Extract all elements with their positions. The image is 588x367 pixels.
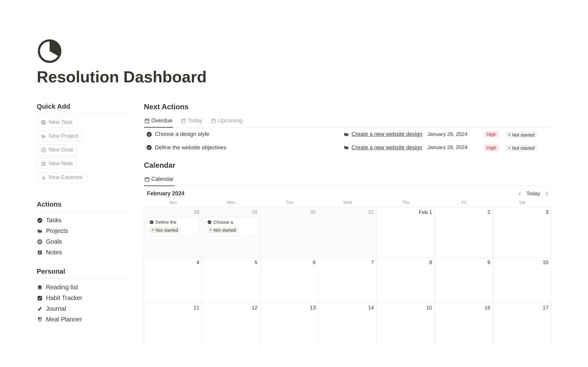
button-label: New Note: [49, 160, 73, 167]
calendar-cell[interactable]: 3: [493, 207, 551, 257]
calendar-event[interactable]: Choose a Not started: [205, 217, 258, 235]
project-name: Create a new website design: [352, 144, 422, 151]
status-badge: Not started: [506, 145, 537, 151]
task-date: January 28, 2024: [427, 144, 479, 151]
task-row[interactable]: Choose a design style Create a new websi…: [144, 128, 551, 141]
checkbox-icon: [37, 295, 43, 301]
calendar-date-number: 28: [147, 209, 199, 215]
tab-today[interactable]: Today: [180, 116, 203, 128]
status-badge: Not started: [506, 132, 537, 138]
project-name: Create a new website design: [352, 131, 422, 137]
status-badge: Not started: [207, 227, 238, 233]
calendar-cell[interactable]: 6: [260, 257, 318, 303]
svg-rect-12: [145, 119, 149, 123]
button-label: New Task: [49, 119, 73, 125]
book-icon: [37, 284, 43, 290]
calendar-cell[interactable]: 9: [435, 257, 493, 303]
calendar-cell[interactable]: 30: [260, 207, 318, 257]
calendar-cell[interactable]: 8: [377, 257, 435, 303]
task-project-link[interactable]: Create a new website design: [344, 144, 422, 151]
actions-item-projects[interactable]: Projects: [37, 226, 126, 236]
personal-item-meal-planner[interactable]: Meal Planner: [37, 314, 126, 325]
calendar-day-label: Mon: [202, 199, 260, 207]
link-label: Goals: [46, 238, 62, 245]
check-circle-icon: [41, 120, 46, 125]
calendar-cell[interactable]: 31: [318, 207, 377, 257]
calendar-cell[interactable]: 10: [493, 257, 551, 303]
calendar-cell[interactable]: 13: [260, 303, 318, 348]
check-circle-icon: [146, 145, 152, 150]
button-label: New Project: [49, 133, 78, 139]
actions-item-tasks[interactable]: Tasks: [37, 215, 126, 226]
calendar-cell[interactable]: 28 Define the Not started: [144, 207, 202, 257]
calendar-cell[interactable]: 7: [318, 257, 377, 303]
utensils-icon: [37, 316, 43, 323]
personal-item-habit-tracker[interactable]: Habit Tracker: [37, 293, 126, 303]
calendar-cell[interactable]: 14: [318, 303, 377, 348]
folder-open-icon: [37, 228, 43, 234]
calendar-date-number: 31: [321, 209, 374, 215]
calendar-day-label: Thu: [377, 199, 435, 207]
folder-open-icon: [344, 145, 349, 150]
quick-add-new-task-button[interactable]: New Task: [37, 117, 77, 128]
task-row[interactable]: Define the website objectives Create a n…: [144, 141, 551, 155]
calendar-cell[interactable]: 29 Choose a Not started: [202, 207, 260, 257]
event-title: Choose a: [213, 219, 233, 225]
task-title-text: Choose a design style: [155, 131, 209, 137]
tab-label: Today: [188, 118, 202, 124]
pencil-icon: [37, 306, 43, 312]
calendar-cell[interactable]: 15: [377, 303, 435, 348]
calendar-cell[interactable]: 4: [144, 257, 202, 303]
task-project-link[interactable]: Create a new website design: [344, 131, 422, 137]
actions-item-goals[interactable]: Goals: [37, 236, 126, 247]
svg-rect-17: [145, 178, 149, 181]
calendar-event[interactable]: Define the Not started: [147, 217, 199, 235]
divider: [37, 113, 126, 113]
page-header-icon: [37, 38, 62, 64]
button-label: New Expense: [49, 174, 83, 181]
tab-overdue[interactable]: Overdue: [144, 116, 173, 128]
calendar-cell[interactable]: 17: [493, 303, 551, 348]
quick-add-new-project-button[interactable]: New Project: [37, 131, 82, 141]
personal-item-journal[interactable]: Journal: [37, 303, 126, 314]
personal-item-reading-list[interactable]: Reading list: [37, 282, 126, 293]
calendar-day-label: Sun: [144, 199, 202, 207]
calendar-date-number: 4: [147, 260, 199, 266]
svg-point-15: [147, 132, 152, 137]
calendar-cell[interactable]: 12: [202, 303, 260, 348]
calendar-cell[interactable]: 5: [202, 257, 260, 303]
tab-calendar[interactable]: Calendar: [144, 175, 174, 186]
calendar-date-number: 29: [205, 209, 258, 215]
link-label: Meal Planner: [46, 316, 82, 323]
calendar-prev-button[interactable]: [518, 192, 522, 196]
actions-item-notes[interactable]: Notes: [37, 247, 126, 258]
button-label: New Goal: [49, 147, 73, 153]
tab-label: Calendar: [151, 176, 174, 182]
calendar-today-button[interactable]: Today: [526, 191, 540, 197]
calendar-cell[interactable]: 16: [435, 303, 493, 348]
quick-add-new-expense-button[interactable]: New Expense: [37, 172, 87, 183]
quick-add-heading: Quick Add: [37, 103, 126, 110]
link-label: Tasks: [46, 217, 62, 224]
divider: [37, 278, 126, 278]
calendar-date-number: 3: [496, 209, 548, 215]
divider: [37, 211, 126, 211]
target-icon: [41, 147, 46, 153]
tab-upcoming[interactable]: Upcoming: [210, 116, 243, 128]
calendar-date-number: Feb 1: [379, 209, 432, 215]
quick-add-new-goal-button[interactable]: New Goal: [37, 144, 77, 155]
calendar-icon: [145, 118, 149, 123]
check-circle-icon: [37, 217, 43, 223]
link-label: Journal: [46, 305, 66, 312]
calendar-date-number: 2: [437, 209, 490, 215]
page-title: Resolution Dashboard: [37, 68, 551, 86]
calendar-next-button[interactable]: [545, 192, 548, 196]
calendar-month-label: February 2024: [147, 190, 184, 197]
calendar-cell[interactable]: 2: [435, 207, 493, 257]
calendar-cell[interactable]: Feb 1: [377, 207, 435, 257]
calendar-day-label: Sat: [493, 199, 551, 207]
target-icon: [37, 239, 43, 245]
quick-add-new-note-button[interactable]: New Note: [37, 158, 77, 169]
calendar-cell[interactable]: 11: [144, 303, 202, 348]
calendar-date-number: 6: [263, 260, 316, 266]
